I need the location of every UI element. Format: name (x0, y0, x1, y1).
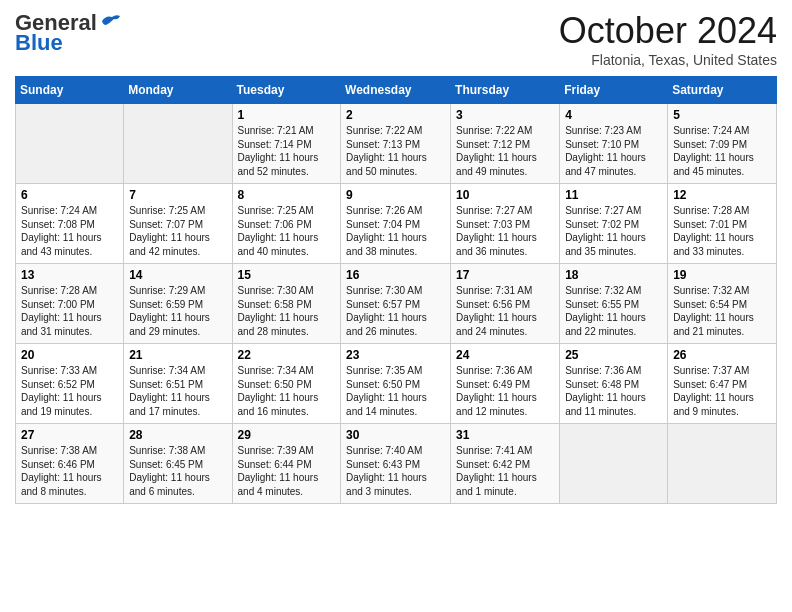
calendar-cell: 24 Sunrise: 7:36 AMSunset: 6:49 PMDaylig… (451, 344, 560, 424)
calendar-table: SundayMondayTuesdayWednesdayThursdayFrid… (15, 76, 777, 504)
day-number: 1 (238, 108, 336, 122)
calendar-cell: 8 Sunrise: 7:25 AMSunset: 7:06 PMDayligh… (232, 184, 341, 264)
calendar-cell: 13 Sunrise: 7:28 AMSunset: 7:00 PMDaylig… (16, 264, 124, 344)
calendar-cell: 15 Sunrise: 7:30 AMSunset: 6:58 PMDaylig… (232, 264, 341, 344)
day-number: 16 (346, 268, 445, 282)
day-number: 14 (129, 268, 226, 282)
day-info: Sunrise: 7:21 AMSunset: 7:14 PMDaylight:… (238, 124, 336, 178)
calendar-cell: 11 Sunrise: 7:27 AMSunset: 7:02 PMDaylig… (560, 184, 668, 264)
day-number: 27 (21, 428, 118, 442)
day-number: 29 (238, 428, 336, 442)
calendar-cell (16, 104, 124, 184)
calendar-cell: 29 Sunrise: 7:39 AMSunset: 6:44 PMDaylig… (232, 424, 341, 504)
day-number: 26 (673, 348, 771, 362)
day-info: Sunrise: 7:26 AMSunset: 7:04 PMDaylight:… (346, 204, 445, 258)
day-number: 20 (21, 348, 118, 362)
day-info: Sunrise: 7:24 AMSunset: 7:09 PMDaylight:… (673, 124, 771, 178)
col-header-wednesday: Wednesday (341, 77, 451, 104)
day-number: 7 (129, 188, 226, 202)
day-number: 19 (673, 268, 771, 282)
calendar-week-row: 1 Sunrise: 7:21 AMSunset: 7:14 PMDayligh… (16, 104, 777, 184)
day-number: 13 (21, 268, 118, 282)
day-number: 3 (456, 108, 554, 122)
day-info: Sunrise: 7:38 AMSunset: 6:45 PMDaylight:… (129, 444, 226, 498)
calendar-cell: 17 Sunrise: 7:31 AMSunset: 6:56 PMDaylig… (451, 264, 560, 344)
calendar-cell: 9 Sunrise: 7:26 AMSunset: 7:04 PMDayligh… (341, 184, 451, 264)
day-info: Sunrise: 7:36 AMSunset: 6:49 PMDaylight:… (456, 364, 554, 418)
calendar-cell: 12 Sunrise: 7:28 AMSunset: 7:01 PMDaylig… (668, 184, 777, 264)
calendar-cell (560, 424, 668, 504)
day-number: 30 (346, 428, 445, 442)
calendar-cell: 7 Sunrise: 7:25 AMSunset: 7:07 PMDayligh… (124, 184, 232, 264)
logo-bird-icon (100, 13, 122, 29)
day-number: 8 (238, 188, 336, 202)
page-container: General Blue October 2024 Flatonia, Texa… (0, 0, 792, 514)
calendar-cell: 20 Sunrise: 7:33 AMSunset: 6:52 PMDaylig… (16, 344, 124, 424)
calendar-cell: 19 Sunrise: 7:32 AMSunset: 6:54 PMDaylig… (668, 264, 777, 344)
logo: General Blue (15, 10, 122, 56)
day-info: Sunrise: 7:35 AMSunset: 6:50 PMDaylight:… (346, 364, 445, 418)
calendar-cell: 2 Sunrise: 7:22 AMSunset: 7:13 PMDayligh… (341, 104, 451, 184)
col-header-sunday: Sunday (16, 77, 124, 104)
day-info: Sunrise: 7:31 AMSunset: 6:56 PMDaylight:… (456, 284, 554, 338)
calendar-cell: 23 Sunrise: 7:35 AMSunset: 6:50 PMDaylig… (341, 344, 451, 424)
day-number: 25 (565, 348, 662, 362)
day-number: 22 (238, 348, 336, 362)
calendar-cell: 27 Sunrise: 7:38 AMSunset: 6:46 PMDaylig… (16, 424, 124, 504)
calendar-cell: 4 Sunrise: 7:23 AMSunset: 7:10 PMDayligh… (560, 104, 668, 184)
day-info: Sunrise: 7:24 AMSunset: 7:08 PMDaylight:… (21, 204, 118, 258)
calendar-cell: 3 Sunrise: 7:22 AMSunset: 7:12 PMDayligh… (451, 104, 560, 184)
day-info: Sunrise: 7:28 AMSunset: 7:01 PMDaylight:… (673, 204, 771, 258)
calendar-cell (668, 424, 777, 504)
col-header-tuesday: Tuesday (232, 77, 341, 104)
day-number: 5 (673, 108, 771, 122)
calendar-cell: 1 Sunrise: 7:21 AMSunset: 7:14 PMDayligh… (232, 104, 341, 184)
day-info: Sunrise: 7:39 AMSunset: 6:44 PMDaylight:… (238, 444, 336, 498)
header: General Blue October 2024 Flatonia, Texa… (15, 10, 777, 68)
day-info: Sunrise: 7:33 AMSunset: 6:52 PMDaylight:… (21, 364, 118, 418)
day-info: Sunrise: 7:30 AMSunset: 6:58 PMDaylight:… (238, 284, 336, 338)
day-number: 2 (346, 108, 445, 122)
col-header-saturday: Saturday (668, 77, 777, 104)
day-info: Sunrise: 7:22 AMSunset: 7:13 PMDaylight:… (346, 124, 445, 178)
calendar-cell: 18 Sunrise: 7:32 AMSunset: 6:55 PMDaylig… (560, 264, 668, 344)
day-number: 9 (346, 188, 445, 202)
day-number: 11 (565, 188, 662, 202)
logo-blue: Blue (15, 30, 63, 56)
day-number: 10 (456, 188, 554, 202)
day-number: 6 (21, 188, 118, 202)
day-info: Sunrise: 7:22 AMSunset: 7:12 PMDaylight:… (456, 124, 554, 178)
location: Flatonia, Texas, United States (559, 52, 777, 68)
calendar-cell: 26 Sunrise: 7:37 AMSunset: 6:47 PMDaylig… (668, 344, 777, 424)
calendar-week-row: 20 Sunrise: 7:33 AMSunset: 6:52 PMDaylig… (16, 344, 777, 424)
day-info: Sunrise: 7:32 AMSunset: 6:55 PMDaylight:… (565, 284, 662, 338)
day-info: Sunrise: 7:34 AMSunset: 6:50 PMDaylight:… (238, 364, 336, 418)
day-number: 12 (673, 188, 771, 202)
day-number: 4 (565, 108, 662, 122)
day-info: Sunrise: 7:29 AMSunset: 6:59 PMDaylight:… (129, 284, 226, 338)
day-info: Sunrise: 7:32 AMSunset: 6:54 PMDaylight:… (673, 284, 771, 338)
day-info: Sunrise: 7:27 AMSunset: 7:02 PMDaylight:… (565, 204, 662, 258)
day-info: Sunrise: 7:36 AMSunset: 6:48 PMDaylight:… (565, 364, 662, 418)
title-block: October 2024 Flatonia, Texas, United Sta… (559, 10, 777, 68)
day-info: Sunrise: 7:23 AMSunset: 7:10 PMDaylight:… (565, 124, 662, 178)
calendar-cell: 10 Sunrise: 7:27 AMSunset: 7:03 PMDaylig… (451, 184, 560, 264)
calendar-cell: 21 Sunrise: 7:34 AMSunset: 6:51 PMDaylig… (124, 344, 232, 424)
col-header-monday: Monday (124, 77, 232, 104)
calendar-cell: 16 Sunrise: 7:30 AMSunset: 6:57 PMDaylig… (341, 264, 451, 344)
day-number: 21 (129, 348, 226, 362)
calendar-cell: 25 Sunrise: 7:36 AMSunset: 6:48 PMDaylig… (560, 344, 668, 424)
col-header-thursday: Thursday (451, 77, 560, 104)
calendar-cell: 30 Sunrise: 7:40 AMSunset: 6:43 PMDaylig… (341, 424, 451, 504)
day-number: 18 (565, 268, 662, 282)
day-info: Sunrise: 7:25 AMSunset: 7:06 PMDaylight:… (238, 204, 336, 258)
month-title: October 2024 (559, 10, 777, 52)
calendar-header-row: SundayMondayTuesdayWednesdayThursdayFrid… (16, 77, 777, 104)
calendar-week-row: 13 Sunrise: 7:28 AMSunset: 7:00 PMDaylig… (16, 264, 777, 344)
day-info: Sunrise: 7:27 AMSunset: 7:03 PMDaylight:… (456, 204, 554, 258)
calendar-week-row: 27 Sunrise: 7:38 AMSunset: 6:46 PMDaylig… (16, 424, 777, 504)
col-header-friday: Friday (560, 77, 668, 104)
calendar-cell: 6 Sunrise: 7:24 AMSunset: 7:08 PMDayligh… (16, 184, 124, 264)
day-number: 31 (456, 428, 554, 442)
calendar-cell: 5 Sunrise: 7:24 AMSunset: 7:09 PMDayligh… (668, 104, 777, 184)
